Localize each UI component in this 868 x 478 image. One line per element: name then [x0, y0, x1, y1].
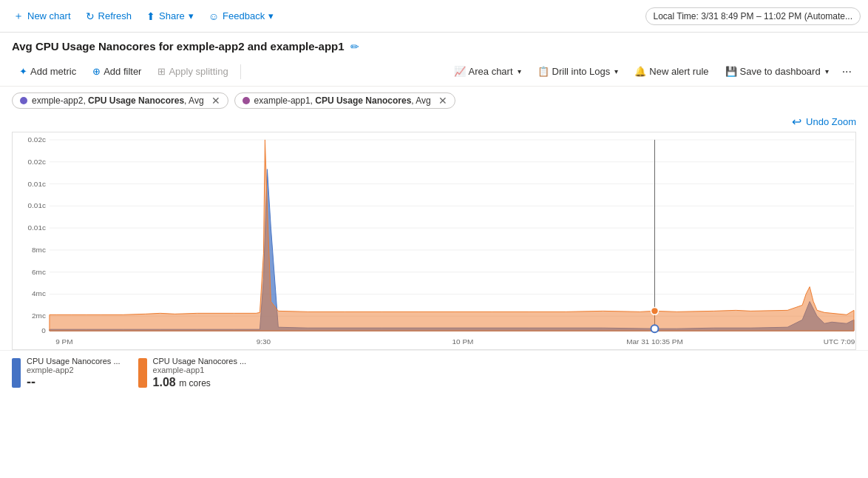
svg-text:4mc: 4mc [32, 290, 46, 298]
drill-logs-chevron: ▾ [614, 67, 618, 75]
svg-point-26 [651, 307, 658, 314]
splitting-icon: ⊞ [157, 66, 166, 77]
legend-label-2: CPU Usage Nanocores ... [153, 357, 247, 366]
apply-splitting-button[interactable]: ⊞ Apply splitting [150, 62, 235, 81]
svg-text:10 PM: 10 PM [452, 337, 474, 346]
feedback-button[interactable]: ☺ Feedback ▾ [203, 7, 279, 25]
legend-info-1: CPU Usage Nanocores ... exmple-app2 -- [27, 357, 121, 390]
area-chart-button[interactable]: 📈 Area chart ▾ [447, 62, 529, 81]
feedback-chevron-icon: ▾ [268, 10, 274, 21]
legend-value-2: 1.08 m cores [153, 376, 247, 389]
metric-pill-2[interactable]: example-app1, CPU Usage Nanocores, Avg ✕ [234, 92, 455, 109]
svg-text:Mar 31 10:35 PM: Mar 31 10:35 PM [626, 337, 682, 346]
legend-label-1: CPU Usage Nanocores ... [27, 357, 121, 366]
svg-text:0.01c: 0.01c [28, 223, 46, 232]
pill-text-2: example-app1, CPU Usage Nanocores, Avg [254, 95, 431, 106]
share-button[interactable]: ⬆ Share ▾ [140, 7, 200, 25]
legend-sublabel-2: example-app1 [153, 366, 247, 374]
pill-dot-2 [243, 97, 250, 104]
chart-legend: CPU Usage Nanocores ... exmple-app2 -- C… [0, 350, 868, 396]
legend-item-1: CPU Usage Nanocores ... exmple-app2 -- [12, 357, 121, 390]
drill-logs-icon: 📋 [538, 66, 549, 77]
chart-title: Avg CPU Usage Nanocores for exmple-app2 … [12, 40, 345, 53]
new-alert-rule-button[interactable]: 🔔 New alert rule [627, 62, 716, 81]
alert-rule-icon: 🔔 [634, 66, 646, 77]
svg-text:0.02c: 0.02c [28, 158, 46, 166]
add-filter-icon: ⊕ [92, 66, 101, 77]
pill-close-1[interactable]: ✕ [211, 95, 220, 106]
time-range-selector[interactable]: Local Time: 3/31 8:49 PM – 11:02 PM (Aut… [645, 7, 861, 25]
share-chevron-icon: ▾ [189, 10, 194, 21]
svg-text:0.01c: 0.01c [28, 201, 46, 209]
edit-title-icon[interactable]: ✏ [350, 41, 359, 53]
pill-close-2[interactable]: ✕ [438, 95, 447, 106]
top-toolbar: ＋ New chart ↻ Refresh ⬆ Share ▾ ☺ Feedba… [0, 0, 868, 33]
pill-bar: exmple-app2, CPU Usage Nanocores, Avg ✕ … [0, 87, 868, 115]
chart-area[interactable]: 0.02c 0.02c 0.01c 0.01c 0.01c 8mc 6mc 4m… [12, 132, 856, 350]
save-dashboard-chevron: ▾ [825, 67, 829, 75]
action-separator-1 [240, 64, 241, 79]
chart-svg: 0.02c 0.02c 0.01c 0.01c 0.01c 8mc 6mc 4m… [13, 132, 855, 349]
svg-text:0.02c: 0.02c [28, 135, 46, 144]
add-filter-button[interactable]: ⊕ Add filter [85, 62, 149, 81]
action-bar-right: 📈 Area chart ▾ 📋 Drill into Logs ▾ 🔔 New… [447, 61, 856, 82]
more-options-button[interactable]: ··· [838, 61, 856, 82]
svg-text:2mc: 2mc [32, 312, 46, 320]
metric-pill-1[interactable]: exmple-app2, CPU Usage Nanocores, Avg ✕ [12, 92, 228, 109]
share-icon: ⬆ [146, 10, 155, 22]
legend-info-2: CPU Usage Nanocores ... example-app1 1.0… [153, 357, 247, 389]
add-metric-button[interactable]: ✦ Add metric [12, 62, 84, 81]
svg-point-27 [651, 325, 658, 332]
svg-text:9:30: 9:30 [257, 337, 271, 346]
legend-value-1: -- [27, 374, 121, 390]
action-bar: ✦ Add metric ⊕ Add filter ⊞ Apply splitt… [0, 57, 868, 87]
svg-text:UTC 7:09: UTC 7:09 [824, 337, 855, 346]
undo-zoom-bar: ↩ Undo Zoom [0, 115, 868, 132]
feedback-icon: ☺ [208, 10, 219, 22]
area-chart-icon: 📈 [454, 66, 466, 77]
svg-text:6mc: 6mc [32, 268, 46, 276]
legend-color-1 [12, 358, 21, 388]
add-metric-icon: ✦ [19, 66, 27, 77]
refresh-button[interactable]: ↻ Refresh [80, 7, 138, 25]
svg-text:9 PM: 9 PM [55, 337, 72, 346]
refresh-icon: ↻ [86, 10, 95, 22]
legend-unit-2: m cores [179, 378, 211, 388]
svg-text:0: 0 [41, 326, 46, 334]
save-dashboard-icon: 💾 [725, 66, 737, 77]
plus-icon: ＋ [13, 10, 24, 23]
area-chart-chevron: ▾ [518, 67, 521, 75]
drill-into-logs-button[interactable]: 📋 Drill into Logs ▾ [530, 62, 626, 81]
save-to-dashboard-button[interactable]: 💾 Save to dashboard ▾ [718, 62, 836, 81]
legend-color-2 [138, 358, 147, 388]
undo-zoom-icon: ↩ [792, 115, 801, 129]
svg-text:8mc: 8mc [32, 246, 46, 254]
pill-text-1: exmple-app2, CPU Usage Nanocores, Avg [32, 95, 204, 106]
undo-zoom-button[interactable]: ↩ Undo Zoom [792, 115, 856, 129]
legend-item-2: CPU Usage Nanocores ... example-app1 1.0… [138, 357, 247, 390]
svg-text:0.01c: 0.01c [28, 180, 46, 188]
top-bar-left: ＋ New chart ↻ Refresh ⬆ Share ▾ ☺ Feedba… [7, 7, 645, 26]
new-chart-button[interactable]: ＋ New chart [7, 7, 77, 26]
pill-dot-1 [20, 97, 27, 104]
title-bar: Avg CPU Usage Nanocores for exmple-app2 … [0, 33, 868, 57]
legend-sublabel-1: exmple-app2 [27, 366, 121, 374]
